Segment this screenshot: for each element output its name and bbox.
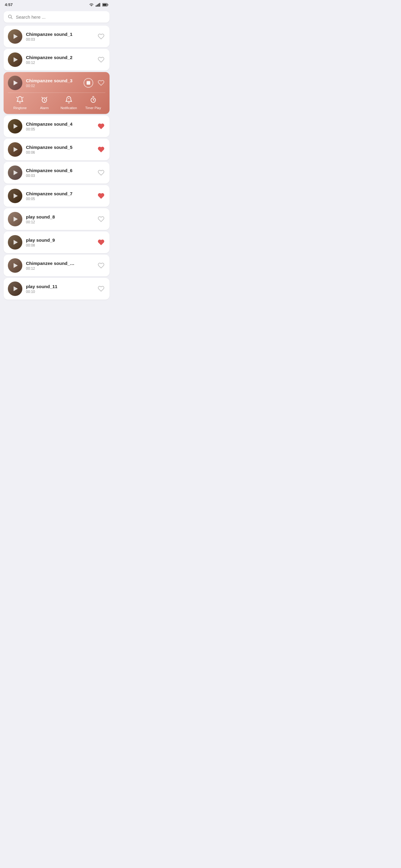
sound-duration: 00:08: [26, 243, 93, 247]
svg-line-9: [17, 97, 18, 98]
svg-point-14: [68, 98, 69, 99]
stop-button[interactable]: [84, 78, 93, 88]
menu-label-timer: Timer Play: [85, 106, 101, 110]
favorite-button[interactable]: [97, 215, 105, 223]
list-item[interactable]: Chimpanzee sound_4 00:05: [4, 116, 110, 137]
favorite-button[interactable]: [97, 168, 105, 177]
thumbnail[interactable]: [8, 212, 22, 226]
sound-duration: 00:12: [26, 220, 93, 224]
sound-name: play sound_9: [26, 238, 93, 243]
sound-info: Chimpanzee sound_… 00:12: [26, 261, 93, 271]
play-button[interactable]: [8, 29, 22, 44]
favorite-button[interactable]: [97, 284, 105, 293]
bottom-menu: Ringtone Alarm Notification: [8, 93, 105, 110]
thumbnail[interactable]: [8, 119, 22, 133]
svg-rect-3: [99, 3, 100, 7]
favorite-button[interactable]: [97, 261, 105, 270]
list-item[interactable]: play sound_8 00:12: [4, 208, 110, 230]
list-item[interactable]: Chimpanzee sound_3 00:02: [4, 72, 110, 114]
thumbnail[interactable]: [8, 258, 22, 273]
list-item[interactable]: Chimpanzee sound_6 00:03: [4, 162, 110, 184]
list-item[interactable]: Chimpanzee sound_… 00:12: [4, 255, 110, 276]
favorite-button[interactable]: [97, 56, 105, 64]
sound-list: Chimpanzee sound_1 00:03 Chimpanzee soun…: [0, 26, 113, 300]
sound-info: Chimpanzee sound_5 00:06: [26, 145, 93, 155]
sound-duration: 00:06: [26, 150, 93, 155]
search-icon: [8, 14, 13, 20]
thumbnail[interactable]: [8, 281, 22, 296]
list-item[interactable]: Chimpanzee sound_7 00:05: [4, 185, 110, 207]
sound-info: Chimpanzee sound_4 00:05: [26, 121, 93, 131]
menu-item-notification[interactable]: Notification: [60, 96, 78, 110]
sound-name: Chimpanzee sound_6: [26, 168, 93, 173]
sound-info: play sound_8 00:12: [26, 214, 93, 224]
wifi-icon: [89, 3, 94, 7]
play-button[interactable]: [8, 142, 22, 157]
favorite-button[interactable]: [97, 192, 105, 200]
sound-name: Chimpanzee sound_5: [26, 145, 93, 150]
active-card: Chimpanzee sound_3 00:02: [8, 76, 105, 110]
timer-icon: [89, 96, 97, 105]
thumbnail[interactable]: [8, 189, 22, 203]
thumbnail[interactable]: [8, 29, 22, 44]
play-button[interactable]: [8, 53, 22, 67]
sound-info: Chimpanzee sound_2 00:12: [26, 55, 93, 65]
search-input[interactable]: [16, 14, 105, 20]
menu-label-alarm: Alarm: [40, 106, 49, 110]
list-item[interactable]: play sound_9 00:08: [4, 231, 110, 253]
thumbnail[interactable]: [8, 142, 22, 157]
battery-icon: [102, 3, 108, 7]
sound-info: Chimpanzee sound_7 00:05: [26, 191, 93, 201]
thumbnail[interactable]: [8, 76, 22, 90]
search-bar[interactable]: [4, 11, 110, 23]
sound-duration: 00:05: [26, 197, 93, 201]
thumbnail[interactable]: [8, 235, 22, 250]
alarm-icon: [40, 96, 48, 105]
sound-duration: 00:10: [26, 290, 93, 294]
sound-duration: 00:03: [26, 37, 93, 41]
list-item[interactable]: play sound_11 00:10: [4, 278, 110, 300]
favorite-button[interactable]: [97, 32, 105, 41]
play-button[interactable]: [8, 189, 22, 203]
list-item[interactable]: Chimpanzee sound_5 00:06: [4, 138, 110, 160]
sound-duration: 00:12: [26, 61, 93, 65]
sound-info: Chimpanzee sound_1 00:03: [26, 32, 93, 41]
svg-line-12: [41, 97, 42, 98]
sound-name: Chimpanzee sound_1: [26, 32, 93, 37]
sound-info: play sound_9 00:08: [26, 238, 93, 247]
play-button[interactable]: [8, 165, 22, 180]
sound-name: Chimpanzee sound_7: [26, 191, 93, 196]
menu-item-timer[interactable]: Timer Play: [84, 96, 102, 110]
sound-name: Chimpanzee sound_4: [26, 121, 93, 127]
play-button[interactable]: [8, 212, 22, 226]
sound-duration: 00:02: [26, 84, 80, 88]
svg-line-8: [11, 18, 12, 19]
play-button[interactable]: [8, 119, 22, 133]
sound-info: Chimpanzee sound_6 00:03: [26, 168, 93, 178]
list-item[interactable]: Chimpanzee sound_1 00:03: [4, 26, 110, 47]
svg-line-13: [46, 97, 47, 98]
favorite-button[interactable]: [97, 238, 105, 247]
menu-item-alarm[interactable]: Alarm: [35, 96, 53, 110]
sound-name: Chimpanzee sound_3: [26, 78, 80, 83]
sound-name: play sound_11: [26, 284, 93, 289]
sound-name: Chimpanzee sound_…: [26, 261, 93, 266]
list-item[interactable]: Chimpanzee sound_2 00:12: [4, 49, 110, 70]
thumbnail[interactable]: [8, 53, 22, 67]
sound-duration: 00:03: [26, 174, 93, 178]
menu-label-ringtone: Ringtone: [13, 106, 27, 110]
thumbnail[interactable]: [8, 165, 22, 180]
favorite-button[interactable]: [97, 79, 105, 87]
sound-info: Chimpanzee sound_3 00:02: [26, 78, 80, 88]
play-button[interactable]: [8, 235, 22, 250]
svg-rect-6: [103, 4, 107, 6]
play-button[interactable]: [8, 258, 22, 273]
play-button[interactable]: [8, 76, 22, 90]
bell-ring-icon: [16, 96, 24, 105]
menu-item-ringtone[interactable]: Ringtone: [11, 96, 29, 110]
sound-name: Chimpanzee sound_2: [26, 55, 93, 60]
favorite-button[interactable]: [97, 122, 105, 130]
status-time: 4:57: [5, 2, 13, 7]
play-button[interactable]: [8, 281, 22, 296]
favorite-button[interactable]: [97, 145, 105, 154]
